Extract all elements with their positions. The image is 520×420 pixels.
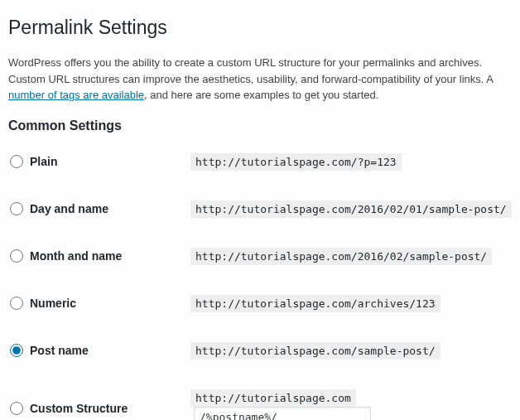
option-row-plain: Plain http://tutorialspage.com/?p=123 — [8, 138, 512, 186]
example-day-name: http://tutorialspage.com/2016/02/01/samp… — [190, 200, 512, 218]
custom-structure-input[interactable] — [194, 407, 371, 421]
intro-paragraph: WordPress offers you the ability to crea… — [8, 55, 512, 104]
label-plain[interactable]: Plain — [30, 155, 57, 168]
radio-month-name[interactable] — [10, 249, 23, 263]
radio-numeric[interactable] — [10, 297, 23, 310]
option-row-post-name: Post name http://tutorialspage.com/sampl… — [8, 327, 512, 374]
example-post-name: http://tutorialspage.com/sample-post/ — [190, 342, 441, 360]
example-numeric: http://tutorialspage.com/archives/123 — [190, 295, 441, 312]
radio-post-name[interactable] — [10, 344, 23, 357]
option-row-numeric: Numeric http://tutorialspage.com/archive… — [8, 280, 512, 327]
example-plain: http://tutorialspage.com/?p=123 — [190, 153, 402, 171]
permalink-options-table: Plain http://tutorialspage.com/?p=123 Da… — [8, 138, 512, 421]
tags-available-link[interactable]: number of tags are available — [8, 89, 144, 101]
radio-day-name[interactable] — [10, 202, 23, 215]
option-row-day-name: Day and name http://tutorialspage.com/20… — [8, 186, 512, 233]
label-custom[interactable]: Custom Structure — [30, 402, 128, 415]
option-row-custom: Custom Structure http://tutorialspage.co… — [8, 374, 512, 421]
intro-text-suffix: , and here are some examples to get you … — [144, 89, 378, 101]
label-day-name[interactable]: Day and name — [30, 202, 108, 215]
label-month-name[interactable]: Month and name — [30, 249, 122, 263]
option-row-month-name: Month and name http://tutorialspage.com/… — [8, 233, 512, 280]
common-settings-heading: Common Settings — [8, 118, 512, 133]
custom-base-url: http://tutorialspage.com — [190, 389, 356, 407]
page-title: Permalink Settings — [8, 8, 512, 43]
label-numeric[interactable]: Numeric — [30, 297, 76, 310]
example-month-name: http://tutorialspage.com/2016/02/sample-… — [190, 248, 492, 265]
intro-text-prefix: WordPress offers you the ability to crea… — [8, 56, 493, 85]
radio-custom[interactable] — [10, 402, 23, 415]
radio-plain[interactable] — [10, 155, 23, 168]
label-post-name[interactable]: Post name — [30, 344, 89, 357]
